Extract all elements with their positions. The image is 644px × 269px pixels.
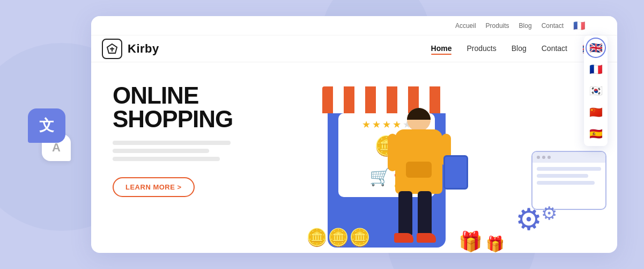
person-figure: [392, 108, 446, 253]
illustration-area: 🌿 ★ ★ ★ ★ ★ 🪙 🛒 👍 ❤️: [252, 62, 521, 253]
lang-french[interactable]: 🇫🇷: [587, 60, 605, 78]
gear-widget: ⚙ ⚙: [521, 151, 612, 231]
top-nav-produits[interactable]: Produits: [486, 22, 509, 30]
header-top: Accueil Produits Blog Contact 🇫🇷: [91, 16, 617, 35]
top-nav-accueil[interactable]: Accueil: [455, 22, 476, 30]
header-main: Kirby Home Products Blog Contact 🇬🇧: [91, 35, 617, 62]
gear-window-line-2: [537, 174, 588, 178]
main-card: Accueil Produits Blog Contact 🇫🇷 Kirby H…: [91, 16, 617, 253]
lang-chinese[interactable]: 🇨🇳: [587, 103, 605, 121]
hero-line-2: [113, 149, 209, 153]
gear-window-line-3: [537, 181, 595, 185]
person-tablet: [443, 155, 468, 190]
gift-box-1: 🎁: [458, 230, 483, 253]
shoe-left: [394, 233, 413, 243]
gear-window-line-1: [537, 167, 601, 171]
logo-icon: [102, 39, 122, 59]
gear-window: [531, 151, 606, 210]
window-dot-3: [547, 156, 551, 159]
window-dot-2: [542, 156, 545, 159]
leg-right: [418, 191, 432, 237]
cart-icon: 🛒: [369, 166, 391, 187]
nav-products[interactable]: Products: [467, 44, 496, 54]
gear-icon-small: ⚙: [541, 202, 557, 224]
lang-korean[interactable]: 🇰🇷: [587, 82, 605, 100]
gear-window-content: [532, 163, 605, 189]
logo-text: Kirby: [128, 42, 159, 56]
top-nav-contact[interactable]: Contact: [542, 22, 564, 30]
learn-more-button[interactable]: LEARN MORE: [113, 177, 195, 197]
star-1: ★: [362, 119, 371, 130]
header-top-nav: Accueil Produits Blog Contact 🇫🇷: [455, 20, 585, 32]
window-dot-1: [537, 156, 540, 159]
person-pocket: [406, 162, 432, 178]
top-nav-blog[interactable]: Blog: [519, 22, 532, 30]
translate-bubble-main: 文: [28, 108, 65, 143]
gear-window-header: [532, 152, 605, 163]
gear-icon-large: ⚙: [515, 202, 542, 237]
nav-blog[interactable]: Blog: [512, 44, 527, 54]
coins-stack: 🪙🪙🪙: [306, 227, 371, 248]
nav-links: Home Products Blog Contact 🇬🇧: [431, 42, 596, 55]
lang-spanish[interactable]: 🇪🇸: [587, 125, 605, 143]
shoe-right: [417, 233, 436, 243]
gift-boxes: 🎁 🎁: [458, 230, 505, 253]
lang-english[interactable]: 🇬🇧: [587, 39, 605, 57]
nav-home[interactable]: Home: [431, 44, 452, 54]
logo-area: Kirby: [91, 39, 188, 59]
star-2: ★: [372, 119, 381, 130]
language-dropdown: 🇬🇧 🇫🇷 🇰🇷 🇨🇳 🇪🇸: [584, 35, 608, 146]
person-arm-left: [388, 134, 397, 171]
translate-char-main: 文: [39, 115, 54, 136]
hero-line-3: [113, 157, 220, 161]
leg-left: [398, 191, 412, 237]
translate-widget: 文 A: [28, 108, 71, 161]
nav-contact[interactable]: Contact: [542, 44, 567, 54]
gift-box-2: 🎁: [486, 235, 505, 253]
person-hair: [407, 108, 431, 120]
star-3: ★: [382, 119, 391, 130]
hero-line-1: [113, 141, 231, 145]
top-nav-flag[interactable]: 🇫🇷: [573, 20, 585, 32]
